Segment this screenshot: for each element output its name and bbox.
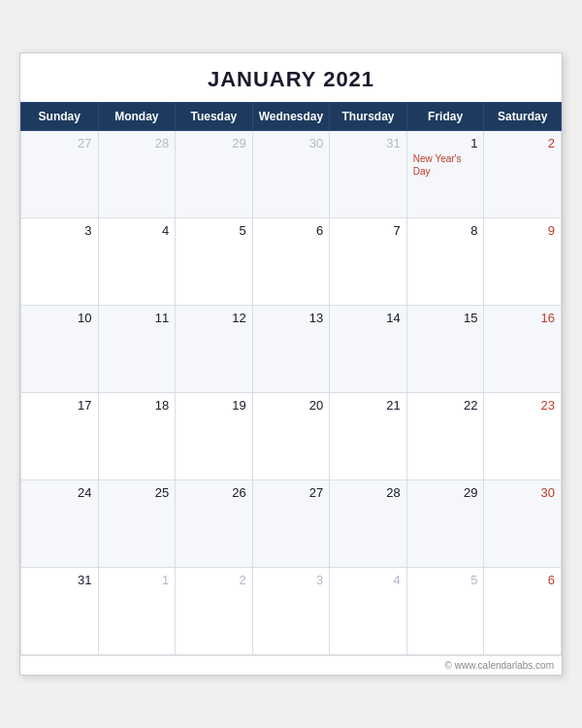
calendar-header-monday: Monday [98, 103, 176, 131]
day-number: 14 [336, 311, 401, 325]
day-number: 11 [105, 311, 170, 325]
calendar-header-sunday: Sunday [21, 103, 99, 131]
calendar-day-cell: 10 [21, 306, 99, 393]
calendar-day-cell: 31 [21, 568, 99, 655]
calendar-day-cell: 5 [176, 218, 253, 306]
day-number: 29 [181, 136, 246, 150]
day-number: 12 [181, 311, 246, 325]
holiday-label: New Year's Day [413, 152, 478, 178]
day-number: 3 [27, 223, 92, 238]
calendar-day-cell: 22 [406, 393, 484, 480]
calendar-day-cell: 1New Year's Day [406, 131, 484, 218]
day-number: 4 [105, 223, 170, 238]
day-number: 18 [105, 398, 170, 413]
day-number: 31 [336, 136, 401, 150]
calendar-day-cell: 8 [406, 218, 484, 306]
calendar-day-cell: 13 [252, 306, 330, 393]
calendar-day-cell: 23 [484, 393, 562, 480]
calendar-day-cell: 1 [98, 568, 176, 655]
calendar-week-row: 10111213141516 [21, 306, 562, 393]
calendar-header-saturday: Saturday [484, 103, 562, 131]
day-number: 25 [105, 485, 170, 500]
calendar-day-cell: 3 [21, 218, 99, 306]
calendar-day-cell: 31 [330, 131, 407, 218]
calendar-day-cell: 30 [252, 131, 330, 218]
calendar-day-cell: 30 [484, 480, 562, 568]
day-number: 10 [27, 311, 92, 325]
calendar-week-row: 24252627282930 [21, 480, 562, 568]
calendar-day-cell: 27 [252, 480, 330, 568]
day-number: 1 [105, 573, 170, 587]
calendar-day-cell: 19 [176, 393, 253, 480]
calendar-day-cell: 29 [176, 131, 253, 218]
calendar-week-row: 31123456 [21, 568, 562, 655]
day-number: 5 [413, 573, 478, 587]
day-number: 15 [413, 311, 478, 325]
day-number: 28 [105, 136, 170, 150]
day-number: 19 [181, 398, 246, 413]
calendar-week-row: 3456789 [21, 218, 562, 306]
calendar-day-cell: 16 [484, 306, 562, 393]
calendar-grid: SundayMondayTuesdayWednesdayThursdayFrid… [20, 102, 562, 655]
day-number: 26 [181, 485, 246, 500]
day-number: 16 [490, 311, 555, 325]
calendar-week-row: 17181920212223 [21, 393, 562, 480]
calendar-day-cell: 6 [252, 218, 330, 306]
calendar-day-cell: 14 [330, 306, 407, 393]
calendar-day-cell: 24 [21, 480, 99, 568]
day-number: 17 [27, 398, 92, 413]
calendar-day-cell: 4 [330, 568, 407, 655]
day-number: 4 [336, 573, 401, 587]
calendar-day-cell: 18 [98, 393, 176, 480]
calendar-day-cell: 28 [98, 131, 176, 218]
calendar-day-cell: 5 [406, 568, 484, 655]
calendar-day-cell: 11 [98, 306, 176, 393]
calendar-day-cell: 29 [406, 480, 484, 568]
day-number: 9 [490, 223, 555, 238]
calendar-day-cell: 27 [21, 131, 99, 218]
calendar-footer: © www.calendarlabs.com [20, 655, 562, 675]
calendar-day-cell: 28 [330, 480, 407, 568]
day-number: 3 [259, 573, 324, 587]
calendar-day-cell: 7 [330, 218, 407, 306]
calendar-header-tuesday: Tuesday [176, 103, 253, 131]
day-number: 6 [259, 223, 324, 238]
calendar-day-cell: 25 [98, 480, 176, 568]
calendar-day-cell: 20 [252, 393, 330, 480]
day-number: 23 [490, 398, 555, 413]
day-number: 2 [181, 573, 246, 587]
day-number: 27 [27, 136, 92, 150]
calendar-header-friday: Friday [406, 103, 484, 131]
day-number: 27 [259, 485, 324, 500]
calendar-day-cell: 17 [21, 393, 99, 480]
calendar-day-cell: 9 [484, 218, 562, 306]
calendar-day-cell: 4 [98, 218, 176, 306]
calendar-container: JANUARY 2021 SundayMondayTuesdayWednesda… [19, 52, 563, 676]
day-number: 1 [413, 136, 478, 150]
day-number: 8 [413, 223, 478, 238]
calendar-day-cell: 12 [176, 306, 253, 393]
calendar-day-cell: 6 [484, 568, 562, 655]
calendar-header-wednesday: Wednesday [252, 103, 330, 131]
day-number: 31 [27, 573, 92, 587]
calendar-day-cell: 15 [406, 306, 484, 393]
day-number: 13 [259, 311, 324, 325]
day-number: 29 [413, 485, 478, 500]
calendar-day-cell: 3 [252, 568, 330, 655]
day-number: 30 [259, 136, 324, 150]
day-number: 20 [259, 398, 324, 413]
calendar-header-row: SundayMondayTuesdayWednesdayThursdayFrid… [21, 103, 562, 131]
day-number: 6 [490, 573, 555, 587]
day-number: 5 [181, 223, 246, 238]
day-number: 24 [27, 485, 92, 500]
day-number: 2 [490, 136, 555, 150]
calendar-week-row: 27282930311New Year's Day2 [21, 131, 562, 218]
calendar-day-cell: 2 [484, 131, 562, 218]
day-number: 30 [490, 485, 555, 500]
calendar-day-cell: 2 [176, 568, 253, 655]
day-number: 21 [336, 398, 401, 413]
day-number: 22 [413, 398, 478, 413]
day-number: 7 [336, 223, 401, 238]
calendar-header-thursday: Thursday [330, 103, 407, 131]
calendar-title: JANUARY 2021 [20, 53, 562, 102]
